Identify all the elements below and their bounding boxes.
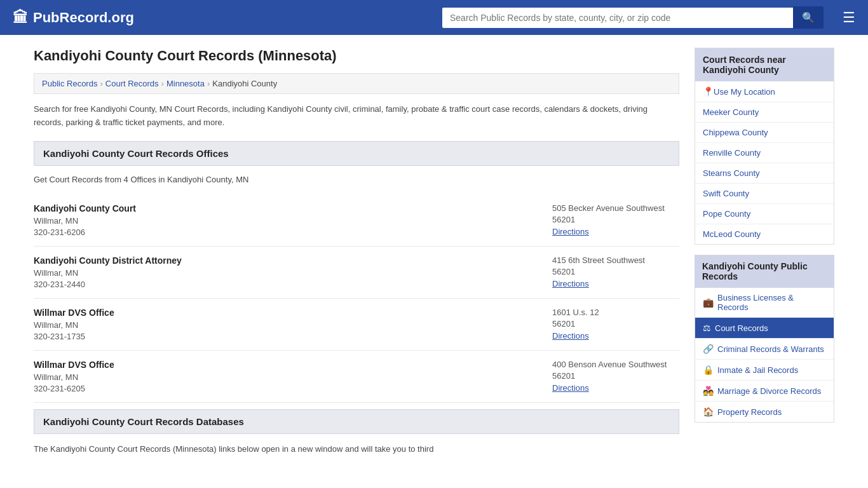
office-right: 505 Becker Avenue Southwest 56201 Direct…: [552, 203, 679, 237]
office-entry: Willmar DVS Office Willmar, MN 320-231-1…: [34, 299, 679, 351]
databases-section-header: Kandiyohi County Court Records Databases: [34, 409, 679, 434]
offices-list: Kandiyohi County Court Willmar, MN 320-2…: [34, 194, 679, 403]
office-city: Willmar, MN: [34, 216, 539, 226]
sidebar-near-label: McLeod County: [703, 229, 761, 239]
sidebar-pr-label: Court Records: [715, 323, 768, 333]
databases-desc: The Kandiyohi County Court Records (Minn…: [34, 443, 679, 456]
offices-section-header: Kandiyohi County Court Records Offices: [34, 141, 679, 166]
sidebar-pr-label: Property Records: [717, 407, 782, 417]
office-right: 400 Benson Avenue Southwest 56201 Direct…: [552, 360, 679, 393]
sidebar-near-label: Swift County: [703, 189, 749, 198]
office-city: Willmar, MN: [34, 320, 539, 330]
search-bar: 🔍: [442, 6, 824, 29]
pr-icon: 🔗: [703, 344, 714, 354]
office-right: 415 6th Street Southwest 56201 Direction…: [552, 255, 679, 289]
sidebar-pr-item[interactable]: 💼Business Licenses & Records: [695, 288, 834, 318]
page-description: Search for free Kandiyohi County, MN Cou…: [34, 103, 679, 130]
location-icon: 📍: [703, 86, 714, 97]
breadcrumb-kandiyohi: Kandiyohi County: [212, 79, 277, 88]
logo[interactable]: 🏛 PubRecord.org: [13, 9, 134, 27]
office-city: Willmar, MN: [34, 372, 539, 382]
office-name: Kandiyohi County District Attorney: [34, 255, 539, 266]
breadcrumb-public-records[interactable]: Public Records: [42, 79, 97, 88]
office-left: Kandiyohi County Court Willmar, MN 320-2…: [34, 203, 539, 237]
office-zip: 56201: [552, 319, 679, 329]
office-phone: 320-231-6206: [34, 227, 539, 237]
sidebar-near-item[interactable]: Pope County: [695, 204, 834, 224]
office-address: 505 Becker Avenue Southwest: [552, 203, 679, 213]
offices-sub-desc: Get Court Records from 4 Offices in Kand…: [34, 175, 679, 184]
databases-section: Kandiyohi County Court Records Databases…: [34, 409, 679, 456]
office-phone: 320-231-2440: [34, 280, 539, 289]
sidebar-near-item[interactable]: Meeker County: [695, 102, 834, 123]
office-address: 415 6th Street Southwest: [552, 255, 679, 265]
sidebar-pr-item[interactable]: 🏠Property Records: [695, 402, 834, 422]
office-zip: 56201: [552, 371, 679, 381]
sidebar-near-label: Pope County: [703, 209, 750, 219]
breadcrumb-sep-3: ›: [207, 79, 210, 88]
office-entry: Willmar DVS Office Willmar, MN 320-231-6…: [34, 351, 679, 403]
sidebar-pr-item[interactable]: 🔗Criminal Records & Warrants: [695, 339, 834, 360]
content-area: Kandiyohi County Court Records (Minnesot…: [34, 48, 679, 456]
sidebar-pr-label: Inmate & Jail Records: [717, 365, 798, 375]
search-input[interactable]: [442, 8, 793, 28]
directions-link[interactable]: Directions: [552, 279, 589, 288]
sidebar-pr-item[interactable]: 🔒Inmate & Jail Records: [695, 360, 834, 381]
sidebar-pr-item[interactable]: 💑Marriage & Divorce Records: [695, 381, 834, 402]
sidebar-pr-label: Marriage & Divorce Records: [717, 386, 821, 396]
sidebar-near-item[interactable]: McLeod County: [695, 224, 834, 244]
logo-icon: 🏛: [13, 9, 28, 27]
directions-link[interactable]: Directions: [552, 331, 589, 341]
public-records-list: 💼Business Licenses & Records⚖Court Recor…: [695, 288, 834, 423]
office-name: Willmar DVS Office: [34, 360, 539, 370]
office-entry: Kandiyohi County District Attorney Willm…: [34, 247, 679, 299]
directions-link[interactable]: Directions: [552, 227, 589, 236]
sidebar-pr-item[interactable]: ⚖Court Records: [695, 318, 834, 339]
pr-icon: 💑: [703, 386, 714, 396]
sidebar-near-item[interactable]: Swift County: [695, 184, 834, 204]
office-zip: 56201: [552, 267, 679, 276]
sidebar-near-item[interactable]: Chippewa County: [695, 123, 834, 143]
breadcrumb-minnesota[interactable]: Minnesota: [166, 79, 205, 88]
office-city: Willmar, MN: [34, 268, 539, 278]
offices-section: Kandiyohi County Court Records Offices G…: [34, 141, 679, 403]
sidebar-near-label: Chippewa County: [703, 128, 768, 137]
sidebar-public-records-header: Kandiyohi County Public Records: [695, 255, 834, 288]
directions-link[interactable]: Directions: [552, 383, 589, 393]
sidebar: Court Records near Kandiyohi County 📍Use…: [695, 48, 834, 456]
sidebar-near-item[interactable]: Stearns County: [695, 163, 834, 184]
office-name: Willmar DVS Office: [34, 308, 539, 318]
sidebar-near-label: Meeker County: [703, 107, 759, 117]
site-header: 🏛 PubRecord.org 🔍 ☰: [0, 0, 868, 35]
breadcrumb-sep-1: ›: [100, 79, 102, 88]
office-address: 1601 U.s. 12: [552, 308, 679, 317]
office-left: Kandiyohi County District Attorney Willm…: [34, 255, 539, 289]
main-container: Kandiyohi County Court Records (Minnesot…: [21, 35, 847, 468]
breadcrumb-sep-2: ›: [161, 79, 164, 88]
office-phone: 320-231-1735: [34, 332, 539, 341]
office-right: 1601 U.s. 12 56201 Directions: [552, 308, 679, 341]
pr-icon: ⚖: [703, 323, 711, 333]
sidebar-near-header: Court Records near Kandiyohi County: [695, 48, 834, 81]
office-phone: 320-231-6205: [34, 384, 539, 393]
office-left: Willmar DVS Office Willmar, MN 320-231-1…: [34, 308, 539, 341]
office-left: Willmar DVS Office Willmar, MN 320-231-6…: [34, 360, 539, 393]
sidebar-pr-label: Criminal Records & Warrants: [717, 344, 824, 354]
sidebar-near-label: Renville County: [703, 148, 761, 158]
sidebar-near-label: Stearns County: [703, 168, 760, 178]
near-list: 📍Use My LocationMeeker CountyChippewa Co…: [695, 81, 834, 245]
office-zip: 56201: [552, 215, 679, 224]
sidebar-near-label: Use My Location: [714, 87, 775, 97]
pr-icon: 🔒: [703, 365, 714, 375]
breadcrumb: Public Records › Court Records › Minneso…: [34, 73, 679, 94]
office-name: Kandiyohi County Court: [34, 203, 539, 214]
page-title: Kandiyohi County Court Records (Minnesot…: [34, 48, 679, 64]
search-button[interactable]: 🔍: [793, 6, 824, 29]
breadcrumb-court-records[interactable]: Court Records: [105, 79, 159, 88]
menu-button[interactable]: ☰: [843, 11, 855, 25]
pr-icon: 🏠: [703, 407, 714, 417]
sidebar-near-item[interactable]: Renville County: [695, 143, 834, 163]
sidebar-near-item[interactable]: 📍Use My Location: [695, 81, 834, 102]
pr-icon: 💼: [703, 297, 714, 308]
logo-text: PubRecord.org: [33, 10, 134, 26]
